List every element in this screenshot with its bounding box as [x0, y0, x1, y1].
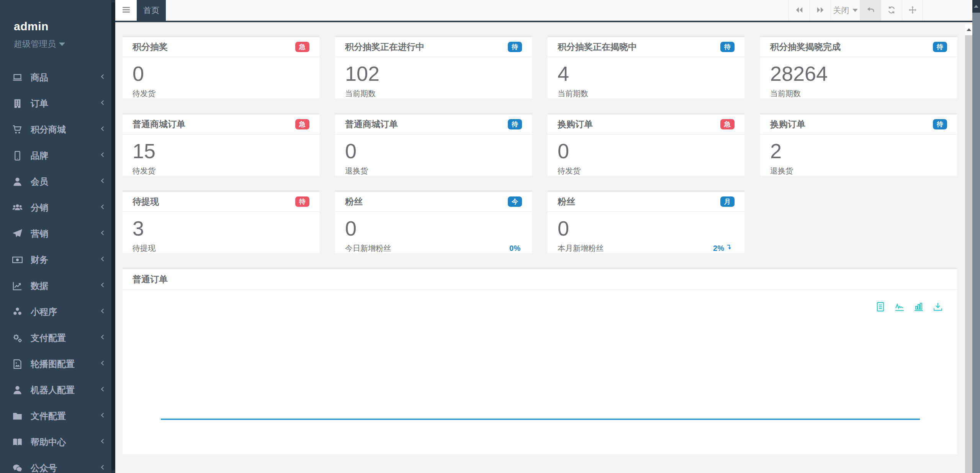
- bar-chart-icon[interactable]: [913, 301, 924, 312]
- sidebar-item-finance[interactable]: 财务: [0, 247, 115, 273]
- arrows-move-icon: [908, 6, 917, 15]
- money-icon: [11, 254, 23, 265]
- close-tabs-dropdown[interactable]: 关闭: [831, 0, 860, 21]
- chevron-up-icon: [967, 28, 971, 31]
- topbar: 首页 关闭: [115, 0, 972, 22]
- stat-card-exchange-orders-ship: 换购订单急 0待发货: [548, 113, 744, 176]
- status-badge: 今: [508, 196, 522, 207]
- card-title: 粉丝: [345, 196, 363, 208]
- building-icon: [11, 98, 23, 109]
- status-badge: 月: [720, 196, 735, 207]
- move-button[interactable]: [902, 0, 923, 21]
- forward-icon: [816, 6, 825, 15]
- chart-series-line: [161, 419, 920, 420]
- tab-home-label: 首页: [143, 5, 159, 16]
- tab-forward-button[interactable]: [810, 0, 831, 21]
- sidebar-item-official-account[interactable]: 公众号: [0, 455, 115, 473]
- sidebar-item-label: 轮播图配置: [31, 358, 99, 370]
- sidebar-item-file-config[interactable]: 文件配置: [0, 403, 115, 429]
- status-badge: 待: [508, 42, 522, 52]
- sidebar-item-data[interactable]: 数据: [0, 273, 115, 299]
- sidebar-scrollbar-thumb[interactable]: [111, 2, 115, 470]
- line-chart-icon[interactable]: [894, 301, 905, 312]
- tab-home[interactable]: 首页: [137, 0, 166, 21]
- sidebar-item-label: 商品: [31, 72, 99, 83]
- user-icon: [11, 176, 23, 187]
- card-title: 普通商城订单: [345, 118, 398, 130]
- chevron-left-icon: [99, 203, 106, 212]
- chevron-left-icon: [99, 73, 106, 82]
- sidebar-item-brand[interactable]: 品牌: [0, 142, 115, 169]
- sidebar-item-products[interactable]: 商品: [0, 64, 115, 90]
- data-view-icon[interactable]: [875, 301, 886, 312]
- user-role-label: 超级管理员: [14, 38, 56, 50]
- scroll-up-button[interactable]: [965, 24, 972, 35]
- status-badge: 急: [295, 42, 309, 52]
- chevron-left-icon: [99, 412, 106, 420]
- chevron-left-icon: [99, 151, 106, 160]
- sidebar-item-label: 小程序: [31, 306, 99, 318]
- cart-icon: [11, 124, 23, 135]
- card-title: 积分抽奖正在揭晓中: [558, 41, 637, 53]
- cubes-icon: [11, 306, 23, 318]
- paper-plane-icon: [11, 228, 23, 239]
- card-value: 2: [770, 139, 947, 163]
- card-label: 待提现: [133, 243, 309, 254]
- sidebar-item-help-center[interactable]: 帮助中心: [0, 429, 115, 455]
- stat-card-mall-orders-ship: 普通商城订单急 15待发货: [123, 113, 319, 176]
- sidebar-item-orders[interactable]: 订单: [0, 90, 115, 116]
- stat-card-lottery-running: 积分抽奖正在进行中待 102当前期数: [335, 36, 532, 98]
- content-scrollbar[interactable]: [965, 24, 972, 473]
- sidebar-item-members[interactable]: 会员: [0, 169, 115, 195]
- image-icon: [11, 358, 23, 370]
- chevron-left-icon: [99, 438, 106, 446]
- card-label: 待发货: [558, 166, 735, 176]
- close-tabs-label: 关闭: [833, 5, 849, 16]
- card-title: 换购订单: [558, 118, 593, 130]
- stat-card-exchange-orders-return: 换购订单待 2退换货: [760, 113, 957, 176]
- undo-icon: [866, 6, 875, 15]
- status-badge: 待: [295, 196, 309, 207]
- card-value: 15: [133, 139, 309, 163]
- status-badge: 待: [720, 42, 735, 52]
- download-icon[interactable]: [933, 301, 943, 312]
- page-scrollbar[interactable]: [972, 0, 980, 473]
- sidebar-toggle-button[interactable]: [115, 0, 137, 21]
- sidebar-item-payment-config[interactable]: 支付配置: [0, 325, 115, 351]
- gears-icon: [11, 332, 23, 344]
- sidebar-item-label: 机器人配置: [31, 384, 99, 396]
- content-scrollbar-thumb[interactable]: [965, 35, 972, 473]
- percent-change: 0%: [509, 244, 520, 253]
- level-down-icon: [726, 244, 733, 253]
- chart-line-icon: [11, 280, 23, 291]
- sidebar-item-carousel-config[interactable]: 轮播图配置: [0, 351, 115, 377]
- sidebar-item-distribution[interactable]: 分销: [0, 195, 115, 221]
- sidebar-item-label: 财务: [31, 254, 99, 266]
- sidebar-item-marketing[interactable]: 营销: [0, 221, 115, 247]
- orders-chart-panel: 普通订单: [123, 268, 957, 454]
- tab-backward-button[interactable]: [789, 0, 810, 21]
- undo-button[interactable]: [860, 0, 881, 21]
- sidebar-item-label: 支付配置: [31, 332, 99, 344]
- refresh-icon: [887, 6, 896, 15]
- card-label: 待发货: [133, 88, 309, 99]
- sidebar-item-label: 文件配置: [31, 410, 99, 422]
- refresh-button[interactable]: [881, 0, 902, 21]
- percent-change: 2%: [713, 244, 733, 253]
- folder-icon: [11, 410, 23, 422]
- sidebar-item-mini-program[interactable]: 小程序: [0, 299, 115, 325]
- chevron-left-icon: [99, 99, 106, 108]
- card-value: 102: [345, 62, 522, 85]
- card-title: 积分抽奖揭晓完成: [770, 41, 841, 53]
- chevron-left-icon: [99, 177, 106, 186]
- page-scroll-up-button[interactable]: [972, 0, 980, 13]
- sidebar-item-points-mall[interactable]: 积分商城: [0, 116, 115, 142]
- chevron-left-icon: [99, 360, 106, 368]
- username: admin: [14, 20, 115, 33]
- sidebar-scrollbar[interactable]: [111, 0, 115, 473]
- book-icon: [11, 436, 23, 448]
- user-role-dropdown[interactable]: 超级管理员: [14, 38, 115, 50]
- card-value: 0: [558, 139, 735, 163]
- sidebar-item-robot-config[interactable]: 机器人配置: [0, 377, 115, 403]
- sidebar-item-label: 订单: [31, 98, 99, 110]
